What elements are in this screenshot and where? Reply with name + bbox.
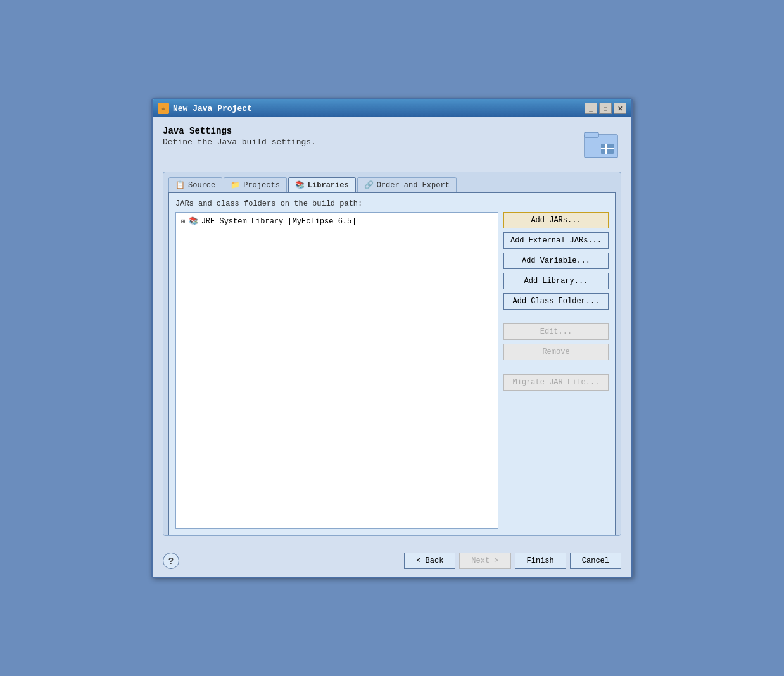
tab-libraries[interactable]: 📚 Libraries [288,177,356,192]
buttons-panel: Add JARs... Add External JARs... Add Var… [503,212,609,529]
header-text: Java Settings Define the Java build sett… [163,126,316,147]
tab-order-export[interactable]: 🔗 Order and Export [357,177,457,192]
source-tab-label: Source [188,181,215,190]
order-tab-icon: 🔗 [364,180,374,190]
projects-tab-icon: 📁 [231,180,240,190]
separator-1 [503,313,609,320]
main-panel: ⊞ 📚 JRE System Library [MyEclipse 6.5] A… [175,212,609,529]
jre-label: JRE System Library [MyEclipse 6.5] [201,217,357,226]
add-external-jars-button[interactable]: Add External JARs... [503,232,609,249]
tab-projects[interactable]: 📁 Projects [224,177,287,192]
folder-svg [583,126,621,161]
libraries-tab-icon: 📚 [295,180,305,190]
tab-content-libraries: JARs and class folders on the build path… [168,192,616,535]
tab-bar: 📋 Source 📁 Projects 📚 Libraries 🔗 Order … [168,177,616,192]
projects-tab-label: Projects [243,181,280,190]
separator-2 [503,364,609,370]
svg-rect-1 [585,132,598,137]
window-title: New Java Project [173,104,252,113]
add-library-button[interactable]: Add Library... [503,273,609,289]
edit-button[interactable]: Edit... [503,323,609,340]
tabs-container: 📋 Source 📁 Projects 📚 Libraries 🔗 Order … [163,172,621,536]
remove-button[interactable]: Remove [503,344,609,360]
tab-source[interactable]: 📋 Source [168,177,222,192]
help-button[interactable]: ? [163,553,179,569]
add-class-folder-button[interactable]: Add Class Folder... [503,293,609,310]
migrate-jar-button[interactable]: Migrate JAR File... [503,374,609,391]
minimize-button[interactable]: _ [585,103,597,114]
close-button[interactable]: ✕ [614,103,626,114]
page-subtitle: Define the Java build settings. [163,137,316,147]
add-variable-button[interactable]: Add Variable... [503,253,609,269]
libraries-tab-label: Libraries [308,181,349,190]
back-button[interactable]: < Back [404,553,455,569]
title-bar-left: ☕ New Java Project [158,103,252,114]
content-area: Java Settings Define the Java build sett… [153,117,631,545]
list-item[interactable]: ⊞ 📚 JRE System Library [MyEclipse 6.5] [179,215,495,227]
jre-icon: 📚 [189,216,198,226]
build-path-label: JARs and class folders on the build path… [175,199,609,208]
header-section: Java Settings Define the Java build sett… [163,126,621,164]
maximize-button[interactable]: □ [599,103,612,114]
expand-icon: ⊞ [181,217,186,225]
finish-button[interactable]: Finish [515,553,566,569]
title-controls: _ □ ✕ [585,103,626,114]
header-folder-icon [583,126,621,164]
page-title: Java Settings [163,126,316,136]
navigation-buttons: < Back Next > Finish Cancel [404,553,621,569]
library-list[interactable]: ⊞ 📚 JRE System Library [MyEclipse 6.5] [175,212,498,529]
source-tab-icon: 📋 [175,180,185,190]
add-jars-button[interactable]: Add JARs... [503,212,609,228]
footer-area: ? < Back Next > Finish Cancel [153,545,631,577]
title-bar: ☕ New Java Project _ □ ✕ [153,99,631,117]
cancel-button[interactable]: Cancel [570,553,621,569]
window-icon: ☕ [158,103,169,114]
main-window: ☕ New Java Project _ □ ✕ Java Settings D… [151,98,633,578]
next-button[interactable]: Next > [459,553,510,569]
order-tab-label: Order and Export [377,181,450,190]
